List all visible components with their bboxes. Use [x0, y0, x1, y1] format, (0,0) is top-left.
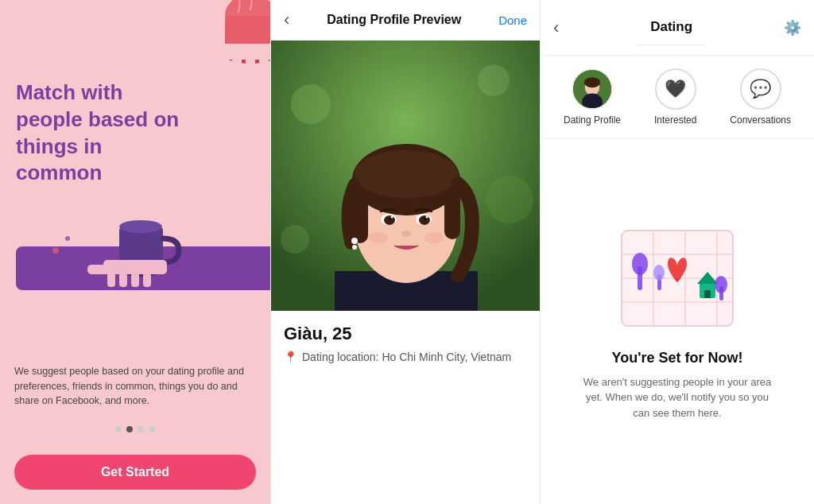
- chat-icon: 💬: [750, 79, 771, 99]
- dating-profile-avatar: [572, 68, 613, 110]
- interested-icon-circle: 🖤: [655, 68, 696, 110]
- right-title: Dating: [638, 10, 705, 45]
- svg-point-44: [351, 238, 358, 244]
- svg-point-58: [632, 253, 648, 275]
- avatar-portrait: [573, 68, 611, 110]
- get-started-button[interactable]: Get Started: [14, 455, 256, 490]
- tabs-row: Dating Profile 🖤 Interested 💬 Conversati…: [541, 56, 814, 139]
- svg-point-17: [52, 247, 59, 254]
- heart-icon: 🖤: [665, 79, 686, 99]
- settings-icon[interactable]: ⚙️: [784, 19, 801, 37]
- location-icon: 📍: [284, 351, 297, 363]
- middle-panel: ‹ Dating Profile Preview Done: [270, 0, 541, 504]
- location-text: Dating location: Ho Chi Minh City, Vietn…: [302, 351, 511, 363]
- svg-point-65: [715, 276, 727, 293]
- svg-rect-5: [232, 57, 242, 73]
- bottom-text: We suggest people based on your dating p…: [14, 364, 256, 409]
- svg-rect-16: [87, 265, 111, 274]
- svg-rect-11: [103, 260, 167, 274]
- empty-state: You're Set for Now! We aren't suggesting…: [541, 139, 814, 504]
- conversations-icon-circle: 💬: [740, 68, 781, 110]
- svg-point-23: [486, 176, 533, 223]
- svg-point-22: [478, 64, 510, 96]
- dot-3: [138, 426, 144, 432]
- svg-rect-12: [107, 273, 115, 287]
- avatar-inner: [573, 70, 611, 108]
- dating-profile-tab-label: Dating Profile: [564, 114, 621, 126]
- svg-rect-7: [259, 57, 269, 73]
- right-panel: ‹ Dating ⚙️ Dating Profile 🖤: [541, 0, 814, 504]
- conversations-tab-label: Conversations: [730, 114, 791, 126]
- svg-point-32: [355, 150, 458, 198]
- dot-4: [149, 426, 155, 432]
- svg-rect-14: [131, 273, 139, 287]
- svg-point-18: [65, 236, 70, 241]
- right-header: ‹ Dating ⚙️: [541, 0, 814, 56]
- empty-state-title: You're Set for Now!: [612, 350, 743, 366]
- svg-point-48: [584, 77, 600, 87]
- top-decoration: [175, 0, 270, 87]
- profile-location: 📍 Dating location: Ho Chi Minh City, Vie…: [284, 351, 527, 363]
- profile-info: Giàu, 25 📍 Dating location: Ho Chi Minh …: [271, 311, 540, 376]
- empty-state-desc: We aren't suggesting people in your area…: [582, 374, 773, 421]
- headline: Match with people based on things in com…: [16, 79, 191, 187]
- dots-indicator: [0, 426, 270, 432]
- profile-name: Giàu, 25: [284, 324, 527, 344]
- svg-point-21: [291, 84, 331, 124]
- done-button[interactable]: Done: [498, 14, 527, 27]
- svg-rect-63: [704, 290, 711, 298]
- tab-interested[interactable]: 🖤 Interested: [654, 68, 696, 126]
- middle-header: ‹ Dating Profile Preview Done: [271, 0, 540, 41]
- interested-tab-label: Interested: [654, 114, 696, 126]
- svg-point-35: [384, 215, 395, 225]
- matching-illustration: [614, 223, 741, 334]
- tab-dating-profile[interactable]: Dating Profile: [564, 68, 621, 126]
- person-portrait: [271, 41, 540, 311]
- svg-point-36: [419, 215, 430, 225]
- back-button-right[interactable]: ‹: [553, 17, 559, 38]
- dot-1: [115, 426, 122, 432]
- svg-point-43: [424, 232, 444, 243]
- dot-2: [126, 426, 133, 432]
- svg-point-60: [653, 265, 665, 281]
- middle-title: Dating Profile Preview: [327, 13, 461, 27]
- svg-rect-4: [219, 57, 228, 73]
- svg-rect-13: [119, 273, 127, 287]
- svg-rect-6: [246, 57, 255, 73]
- svg-point-9: [119, 220, 162, 233]
- profile-photo: [271, 41, 540, 311]
- svg-rect-15: [143, 273, 151, 287]
- svg-point-45: [352, 245, 357, 250]
- tab-conversations[interactable]: 💬 Conversations: [730, 68, 791, 126]
- svg-point-24: [281, 225, 309, 254]
- svg-point-40: [426, 216, 428, 219]
- svg-point-41: [401, 231, 411, 237]
- illustration-area: [16, 211, 270, 290]
- svg-point-42: [369, 232, 388, 243]
- mug-illustration: [24, 211, 199, 290]
- left-panel: Match with people based on things in com…: [0, 0, 270, 504]
- svg-point-39: [391, 216, 393, 219]
- back-button-middle[interactable]: ‹: [284, 10, 289, 30]
